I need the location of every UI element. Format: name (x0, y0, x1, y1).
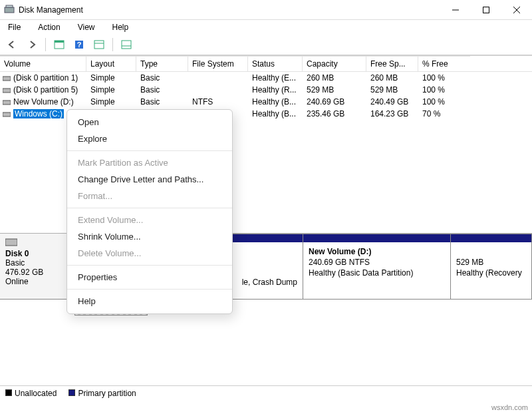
back-button[interactable] (4, 37, 20, 52)
menu-separator (67, 265, 232, 266)
svg-rect-7 (55, 41, 64, 43)
toolbar: ? (0, 35, 532, 55)
cell-fs: NTFS (188, 97, 248, 106)
col-filesystem[interactable]: File System (188, 56, 248, 71)
menu-help[interactable]: Help (110, 21, 132, 33)
view-bottom-icon[interactable] (118, 37, 134, 52)
window-controls (440, 0, 532, 20)
volume-icon (3, 110, 11, 117)
cell-free: 529 MB (366, 85, 418, 95)
svg-rect-14 (3, 77, 11, 81)
menu-action[interactable]: Action (35, 21, 63, 33)
titlebar: Disk Management (0, 0, 532, 20)
cell-pfree: 100 % (418, 85, 470, 95)
col-free-space[interactable]: Free Sp... (366, 56, 418, 71)
col-layout[interactable]: Layout (86, 56, 136, 71)
menu-separator (67, 289, 232, 290)
forward-button[interactable] (24, 37, 40, 52)
menu-open[interactable]: Open (67, 114, 232, 130)
col-status[interactable]: Status (248, 56, 303, 71)
help-icon[interactable]: ? (71, 37, 87, 52)
cell-status: Healthy (B... (248, 109, 303, 118)
volume-name: Windows (C:) (13, 109, 64, 118)
menu-mark-active: Mark Partition as Active (67, 154, 232, 171)
partition-size: 529 MB (456, 258, 483, 267)
legend: Unallocated Primary partition (0, 385, 532, 401)
disk-size: 476.92 GB (5, 268, 68, 277)
cell-type: Basic (136, 73, 188, 83)
minimize-button[interactable] (440, 0, 471, 20)
menu-separator (67, 150, 232, 151)
svg-rect-15 (3, 89, 11, 93)
watermark: wsxdn.com (491, 403, 528, 411)
volume-icon (3, 87, 11, 93)
legend-primary: Primary partition (78, 389, 136, 398)
svg-rect-12 (122, 41, 131, 49)
col-type[interactable]: Type (136, 56, 188, 71)
svg-rect-17 (3, 112, 11, 116)
disk-status: Online (5, 277, 68, 286)
svg-rect-0 (5, 7, 14, 13)
swatch-primary (68, 389, 75, 396)
col-capacity[interactable]: Capacity (303, 56, 366, 71)
close-button[interactable] (501, 0, 532, 20)
cell-capacity: 235.46 GB (303, 109, 366, 118)
volume-icon (3, 75, 11, 81)
menu-view[interactable]: View (75, 21, 98, 33)
context-menu: Open Explore Mark Partition as Active Ch… (66, 109, 233, 314)
cell-layout: Simple (86, 73, 136, 83)
cell-capacity: 529 MB (303, 85, 366, 95)
menu-delete-volume: Delete Volume... (67, 245, 232, 262)
partition-title: New Volume (D:) (309, 247, 371, 256)
column-headers: Volume Layout Type File System Status Ca… (0, 56, 532, 72)
partition-recovery[interactable]: 529 MB Healthy (Recovery (451, 234, 532, 300)
volume-name: (Disk 0 partition 1) (13, 73, 78, 83)
menu-file[interactable]: File (5, 21, 23, 33)
cell-status: Healthy (R... (248, 85, 303, 95)
cell-type: Basic (136, 97, 188, 106)
cell-capacity: 240.69 GB (303, 97, 366, 106)
partition-header (451, 234, 531, 242)
cell-pfree: 100 % (418, 73, 470, 83)
menu-change-drive-letter[interactable]: Change Drive Letter and Paths... (67, 171, 232, 188)
partition-size: 240.69 GB NTFS (309, 258, 370, 267)
window-title: Disk Management (19, 5, 83, 15)
svg-rect-3 (483, 7, 489, 13)
menu-format: Format... (67, 188, 232, 204)
menu-help[interactable]: Help (67, 293, 232, 310)
svg-text:?: ? (77, 41, 82, 49)
svg-rect-18 (5, 239, 17, 246)
volume-row[interactable]: (Disk 0 partition 5) Simple Basic Health… (0, 84, 532, 96)
partition-status: Healthy (Basic Data Partition) (309, 268, 413, 278)
partition-status-fragment: le, Crash Dump (242, 277, 297, 288)
col-percent-free[interactable]: % Free (418, 56, 470, 71)
cell-layout: Simple (86, 97, 136, 106)
cell-capacity: 260 MB (303, 73, 366, 83)
disk-info[interactable]: Disk 0 Basic 476.92 GB Online (0, 234, 74, 300)
col-volume[interactable]: Volume (0, 56, 86, 71)
menu-shrink-volume[interactable]: Shrink Volume... (67, 228, 232, 245)
svg-rect-1 (6, 5, 13, 7)
maximize-button[interactable] (471, 0, 501, 20)
app-icon (4, 5, 15, 15)
cell-free: 164.23 GB (366, 109, 418, 118)
partition-d[interactable]: New Volume (D:) 240.69 GB NTFS Healthy (… (303, 234, 451, 300)
cell-free: 240.49 GB (366, 97, 418, 106)
partition-header (303, 234, 450, 242)
view-top-icon[interactable] (91, 37, 107, 52)
show-hide-console-tree-icon[interactable] (51, 37, 67, 52)
cell-pfree: 100 % (418, 97, 470, 106)
cell-status: Healthy (B... (248, 97, 303, 106)
menu-extend-volume: Extend Volume... (67, 212, 232, 228)
swatch-unallocated (5, 389, 12, 396)
cell-free: 260 MB (366, 73, 418, 83)
volume-row[interactable]: New Volume (D:) Simple Basic NTFS Health… (0, 96, 532, 108)
menu-explore[interactable]: Explore (67, 130, 232, 147)
disk-label: Disk 0 (5, 249, 68, 258)
cell-status: Healthy (E... (248, 73, 303, 83)
menu-properties[interactable]: Properties (67, 269, 232, 286)
cell-pfree: 70 % (418, 109, 470, 118)
volume-name: (Disk 0 partition 5) (13, 85, 78, 95)
volume-row[interactable]: (Disk 0 partition 1) Simple Basic Health… (0, 72, 532, 84)
partition-status: Healthy (Recovery (456, 268, 522, 278)
